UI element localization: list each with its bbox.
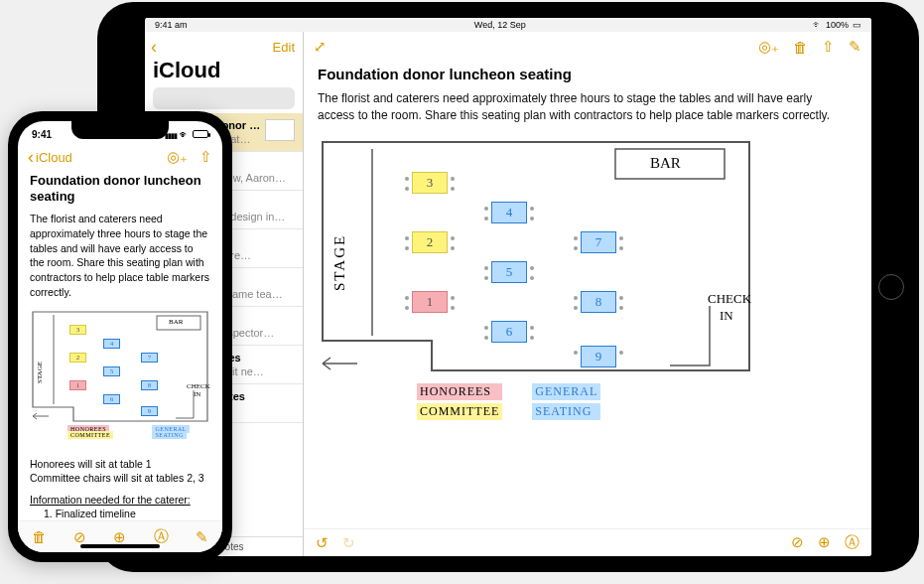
t8: 8: [141, 380, 158, 390]
back-icon[interactable]: ‹: [151, 38, 157, 56]
committee-line: Committee chairs will sit at tables 2, 3: [30, 472, 210, 484]
table-1: 1: [412, 291, 448, 313]
ipad-split-view: ‹ Edit iCloud Foundation donor lunch… Th…: [145, 32, 871, 556]
sketch-legend-small: HONOREES COMMITTEE GENERAL SEATING: [67, 426, 210, 438]
markup-icon[interactable]: Ⓐ: [845, 533, 859, 552]
table-2: 2: [412, 231, 448, 253]
add-attachment-icon[interactable]: ⊕: [818, 533, 831, 552]
status-time: 9:41: [32, 129, 52, 140]
stage-label: STAGE: [36, 362, 44, 383]
t1: 1: [69, 380, 86, 390]
t6: 6: [103, 394, 120, 404]
status-right: ᯤ 100% ▭: [813, 20, 861, 30]
status-date: Wed, 12 Sep: [474, 20, 526, 30]
caterer-section-title: Information needed for the caterer:: [30, 494, 210, 506]
seating-sketch: BAR STAGE CHECK IN 3 2 1 4 5 6 7 8 9: [318, 137, 754, 415]
back-button[interactable]: ‹ iCloud: [28, 148, 72, 166]
t3: 3: [69, 325, 86, 335]
iphone-nav-bar: ‹ iCloud ◎₊ ⇧: [18, 145, 222, 169]
wifi-icon: ᯤ: [813, 20, 822, 30]
table-7: 7: [581, 231, 616, 253]
checkin-label-2: IN: [720, 308, 733, 324]
note-paragraph: The florist and caterers need approximat…: [30, 212, 210, 299]
legend-honorees: HONOREES: [417, 383, 502, 400]
note-title: Foundation donor luncheon seating: [318, 66, 848, 82]
t9: 9: [141, 406, 158, 416]
table-8: 8: [581, 291, 616, 313]
legend-general-1: GENERAL: [532, 383, 600, 400]
legend-committee: COMMITTEE: [417, 403, 502, 420]
t5: 5: [103, 366, 120, 376]
checkin-label: CHECK: [708, 291, 751, 307]
honorees-line: Honorees will sit at table 1: [30, 458, 210, 470]
compose-icon[interactable]: ✎: [196, 528, 208, 546]
battery-percent: 100%: [826, 20, 849, 30]
add-person-icon[interactable]: ◎₊: [758, 38, 779, 56]
sketch-legend: HONOREES COMMITTEE GENERAL SEATING: [417, 383, 600, 420]
share-icon[interactable]: ⇧: [199, 148, 212, 166]
checklist-icon[interactable]: ⊘: [791, 533, 804, 552]
table-3: 3: [412, 172, 448, 194]
stage-label: STAGE: [331, 234, 348, 291]
note-paragraph: The florist and caterers need approximat…: [318, 90, 848, 125]
iphone-device: 9:41 ᯤ ‹ iCloud ◎₊ ⇧ Foundation donor lu…: [8, 111, 232, 562]
iphone-screen: 9:41 ᯤ ‹ iCloud ◎₊ ⇧ Foundation donor lu…: [18, 121, 222, 552]
table-9: 9: [581, 346, 616, 367]
ipad-status-bar: 9:41 am Wed, 12 Sep ᯤ 100% ▭: [145, 18, 871, 32]
bar-label: BAR: [169, 318, 183, 326]
battery-icon: [193, 130, 208, 138]
note-thumb: [265, 119, 295, 141]
compose-icon[interactable]: ✎: [849, 38, 861, 56]
undo-icon[interactable]: ↺: [316, 534, 329, 552]
toolbar-left: ⤢: [314, 38, 327, 56]
checkin-label-2: IN: [194, 390, 200, 398]
expand-icon[interactable]: ⤢: [314, 38, 327, 56]
t7: 7: [141, 353, 158, 363]
t2: 2: [69, 353, 86, 363]
status-right: ᯤ: [165, 129, 208, 140]
sketch-outline: [318, 137, 754, 415]
note-footer-toolbar: ↺ ↻ ⊘ ⊕ Ⓐ: [304, 528, 871, 556]
list-header: ‹ Edit: [145, 32, 303, 56]
toolbar-right: ◎₊ 🗑 ⇧ ✎: [758, 38, 861, 56]
bar-label: BAR: [650, 155, 681, 172]
trash-icon[interactable]: 🗑: [793, 39, 808, 56]
home-indicator[interactable]: [80, 544, 160, 548]
iphone-notch: [71, 121, 169, 139]
table-4: 4: [491, 202, 527, 223]
ipad-screen: 9:41 am Wed, 12 Sep ᯤ 100% ▭ ‹ Edit iClo…: [145, 18, 871, 556]
battery-icon: ▭: [853, 20, 861, 30]
redo-icon[interactable]: ↻: [342, 534, 355, 552]
back-label: iCloud: [36, 150, 72, 165]
note-title: Foundation donor luncheon seating: [30, 173, 210, 204]
back-icon: ‹: [28, 148, 34, 166]
share-icon[interactable]: ⇧: [822, 38, 835, 56]
edit-button[interactable]: Edit: [273, 40, 295, 55]
checkin-label: CHECK: [187, 382, 210, 390]
ipad-home-button[interactable]: [878, 274, 904, 300]
table-6: 6: [491, 321, 527, 343]
seating-sketch-small: BAR STAGE CHECK IN 3 2 1 4 5 6 7 8 9 HON…: [30, 309, 210, 448]
add-person-icon[interactable]: ◎₊: [167, 148, 188, 166]
status-time: 9:41 am: [155, 20, 188, 30]
wifi-icon: ᯤ: [180, 129, 190, 140]
note-detail-pane: ⤢ ◎₊ 🗑 ⇧ ✎ Foundation donor luncheon sea…: [304, 32, 871, 556]
folder-title: iCloud: [145, 56, 303, 87]
trash-icon[interactable]: 🗑: [32, 528, 47, 545]
note-toolbar: ⤢ ◎₊ 🗑 ⇧ ✎: [304, 32, 871, 62]
t4: 4: [103, 339, 120, 349]
caterer-item-1: 1. Finalized timeline: [44, 508, 210, 519]
table-5: 5: [491, 261, 527, 283]
add-attachment-icon[interactable]: ⊕: [113, 528, 126, 546]
legend-general-2: SEATING: [532, 403, 600, 420]
iphone-note-body[interactable]: Foundation donor luncheon seating The fl…: [18, 169, 222, 520]
checklist-icon[interactable]: ⊘: [73, 528, 86, 546]
search-input[interactable]: [153, 87, 295, 109]
note-body[interactable]: Foundation donor luncheon seating The fl…: [304, 62, 871, 528]
